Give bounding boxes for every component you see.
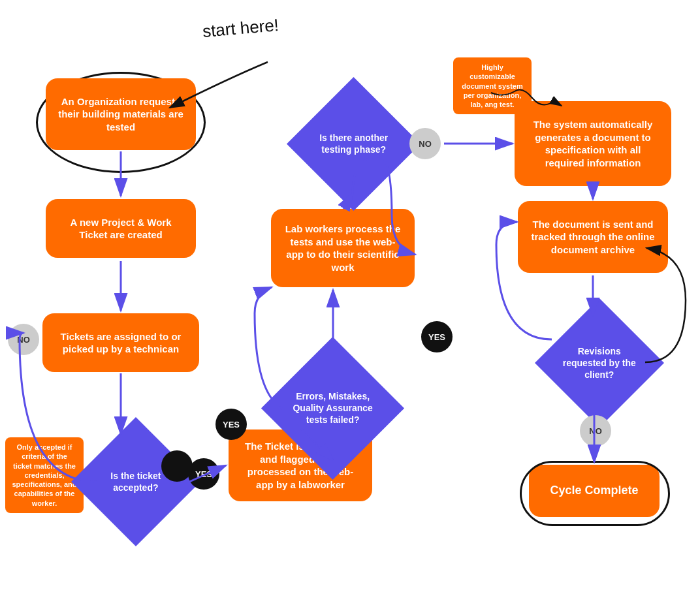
revisions-diamond: Revisions requested by the client? xyxy=(535,298,664,428)
flowchart: start here! An Organization requests the… xyxy=(0,0,700,609)
doc-sent-node: The document is sent and tracked through… xyxy=(518,201,668,273)
only-accepted-note: Only accepted if criteria of the ticket … xyxy=(5,437,84,513)
no1-badge: NO xyxy=(8,324,39,355)
start-here-label: start here! xyxy=(202,15,279,42)
yes1-badge: YES xyxy=(215,409,247,440)
cycle-complete-node: Cycle Complete xyxy=(529,465,660,517)
new-project-node: A new Project & Work Ticket are created xyxy=(46,199,196,258)
another-testing-diamond: Is there another testing phase? xyxy=(287,77,421,211)
yes1-badge xyxy=(161,450,193,482)
org-request-node: An Organization requests their building … xyxy=(46,78,196,150)
tickets-assigned-node: Tickets are assigned to or picked up by … xyxy=(42,313,199,372)
yes2-badge: YES xyxy=(188,458,219,490)
ticket-accepted-diamond: Is the ticket accepted? xyxy=(71,417,200,546)
auto-generates-node: The system automatically generates a doc… xyxy=(515,101,671,186)
yes3-badge: YES xyxy=(421,321,453,352)
lab-workers-node: Lab workers process the tests and use th… xyxy=(271,209,415,287)
no3-badge: NO xyxy=(580,415,611,446)
no2-badge: NO xyxy=(409,128,441,159)
